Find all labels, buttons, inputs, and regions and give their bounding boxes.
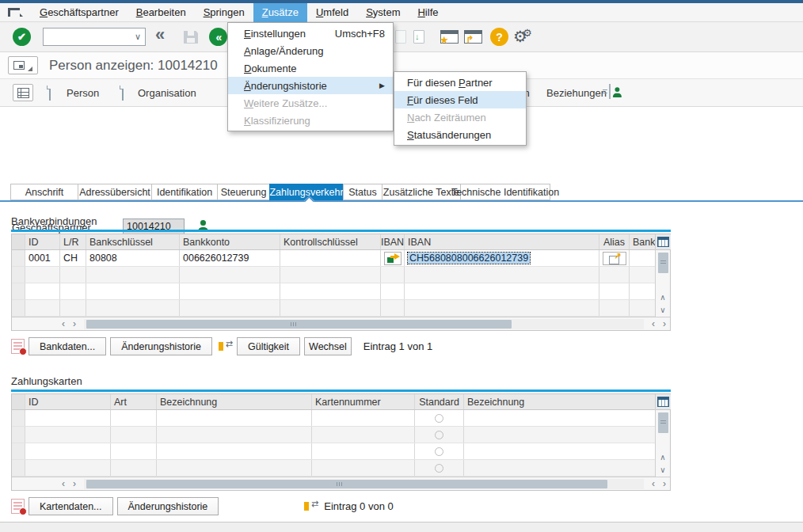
split-view-icon[interactable]: ⇄ [218,340,231,353]
menu-zusaetze[interactable]: Zusätze [253,3,307,22]
gueltigkeit-button[interactable]: Gültigkeit [237,337,300,355]
services-for-object-button[interactable] [8,56,38,74]
scrollbar-thumb[interactable] [86,480,607,488]
scroll-left-arrow[interactable]: ‹ [58,478,69,490]
partner-relationship-icon[interactable] [609,84,611,99]
download-icon[interactable]: ↓ [413,30,424,44]
exit-button[interactable]: « [209,28,227,46]
scroll-right-arrow[interactable]: › [659,478,670,490]
scroll-left-arrow[interactable]: ‹ [648,478,659,490]
delete-row-icon[interactable] [11,499,25,514]
scrollbar-thumb[interactable] [658,412,668,433]
cards-row-empty[interactable] [12,443,655,460]
standard-radio[interactable] [435,464,443,473]
row-selector[interactable] [12,250,25,266]
col-alias[interactable]: Alias [599,234,630,249]
row-selector[interactable] [12,283,25,299]
iban-generate-button[interactable] [384,252,402,265]
scroll-right-arrow[interactable]: › [659,318,670,330]
col-kartennummer[interactable]: Kartennummer [312,394,415,409]
col-id[interactable]: ID [25,234,60,249]
tab-status[interactable]: Status [343,184,382,200]
help-button[interactable]: ? [490,28,508,46]
col-iban[interactable]: IBAN [405,234,599,249]
cell-id[interactable]: 0001 [25,250,60,266]
menu-umfeld[interactable]: Umfeld [307,3,357,22]
cards-row-empty[interactable] [12,460,655,477]
standard-radio[interactable] [435,447,443,456]
cell-lr[interactable]: CH [60,250,86,266]
scrollbar-track[interactable] [84,479,644,489]
row-selector[interactable] [12,410,25,426]
menu-item-fuer-diesen-partner[interactable]: Für diesen Partner [394,74,526,91]
delete-row-icon[interactable] [11,339,25,354]
cell-bankkonto[interactable]: 006626012739 [180,250,280,266]
col-bank[interactable]: Bank [630,234,655,249]
menu-item-dokumente[interactable]: Dokumente [228,59,393,77]
row-selector-header[interactable] [12,234,25,249]
row-selector[interactable] [12,427,25,443]
scroll-down-arrow[interactable]: ∨ [660,464,665,477]
col-bezeichnung-2[interactable]: Bezeichnung [464,394,655,409]
standard-radio[interactable] [435,414,443,423]
col-art[interactable]: Art [111,394,157,409]
row-selector[interactable] [12,443,25,459]
row-selector[interactable] [12,460,25,476]
col-kontrollschluessel[interactable]: Kontrollschlüssel [280,234,381,249]
row-selector[interactable] [12,300,25,316]
scroll-up-arrow[interactable]: ∧ [660,451,665,464]
scroll-right-arrow[interactable]: › [69,318,80,330]
wechsel-button[interactable]: Wechsel [304,337,352,355]
row-selector[interactable] [12,267,25,283]
cards-horizontal-scrollbar[interactable]: ‹ › ‹ › [12,477,670,490]
new-session-icon[interactable]: ★ [440,30,459,44]
scroll-left-arrow[interactable]: ‹ [648,318,659,330]
alias-button[interactable]: ↗ [603,252,626,265]
table-settings-icon[interactable] [657,397,669,407]
col-iban-icon[interactable]: IBAN [381,234,405,249]
cell-bank[interactable] [630,250,655,266]
person-button[interactable]: Person [67,79,99,107]
col-bezeichnung[interactable]: Bezeichnung [157,394,312,409]
bank-vertical-scrollbar[interactable]: ∧ ∨ [655,234,670,317]
menu-item-aenderungshistorie[interactable]: Änderungshistorie▶ [228,77,393,94]
bank-horizontal-scrollbar[interactable]: ‹ › ‹ › [12,317,670,330]
enter-button[interactable]: ✔ [13,28,31,46]
command-field[interactable]: ∨ [43,28,146,46]
bank-row-1[interactable]: 0001 CH 80808 006626012739 CH56808080066… [12,250,655,267]
col-bankkonto[interactable]: Bankkonto [180,234,280,249]
cards-aenderungshistorie-button[interactable]: Änderungshistorie [117,497,219,515]
col-standard[interactable]: Standard [415,394,464,409]
tab-adressuebersicht[interactable]: Adressübersicht [78,184,152,200]
bank-row-empty[interactable] [12,300,655,317]
system-menu-icon[interactable] [8,8,20,17]
cell-kontrollschluessel[interactable] [280,250,381,266]
menu-hilfe[interactable]: Hilfe [409,3,447,22]
scroll-down-arrow[interactable]: ∨ [660,304,665,317]
create-shortcut-icon[interactable]: ↱ [464,30,482,44]
menu-item-einstellungen[interactable]: EinstellungenUmsch+F8 [228,25,393,42]
iban-selected-value[interactable]: CH5680808006626012739 [408,253,530,264]
cards-row-empty[interactable] [12,410,655,427]
cell-bankschluessel[interactable]: 80808 [86,250,180,266]
tab-steuerung[interactable]: Steuerung [217,184,270,200]
cards-row-empty[interactable] [12,427,655,443]
table-settings-icon[interactable] [657,237,669,247]
tab-anschrift[interactable]: Anschrift [10,184,78,200]
scroll-left-arrow[interactable]: ‹ [58,318,69,330]
standard-radio[interactable] [435,431,443,439]
cards-vertical-scrollbar[interactable]: ∧ ∨ [655,394,670,477]
bank-row-empty[interactable] [12,283,655,300]
menu-geschaeftspartner[interactable]: Geschäftspartner [31,3,127,22]
split-view-icon[interactable]: ⇄ [303,500,317,513]
tab-identifikation[interactable]: Identifikation [151,184,218,200]
col-id[interactable]: ID [25,394,111,409]
scrollbar-thumb[interactable] [658,253,668,273]
bank-row-empty[interactable] [12,267,655,283]
organisation-button[interactable]: Organisation [138,79,196,107]
menu-item-fuer-dieses-feld[interactable]: Für dieses Feld [394,91,526,108]
scroll-right-arrow[interactable]: › [69,478,80,490]
back-icon[interactable]: « [155,25,162,45]
menu-system[interactable]: System [357,3,409,22]
menu-item-statusaenderungen[interactable]: Statusänderungen [394,126,526,143]
